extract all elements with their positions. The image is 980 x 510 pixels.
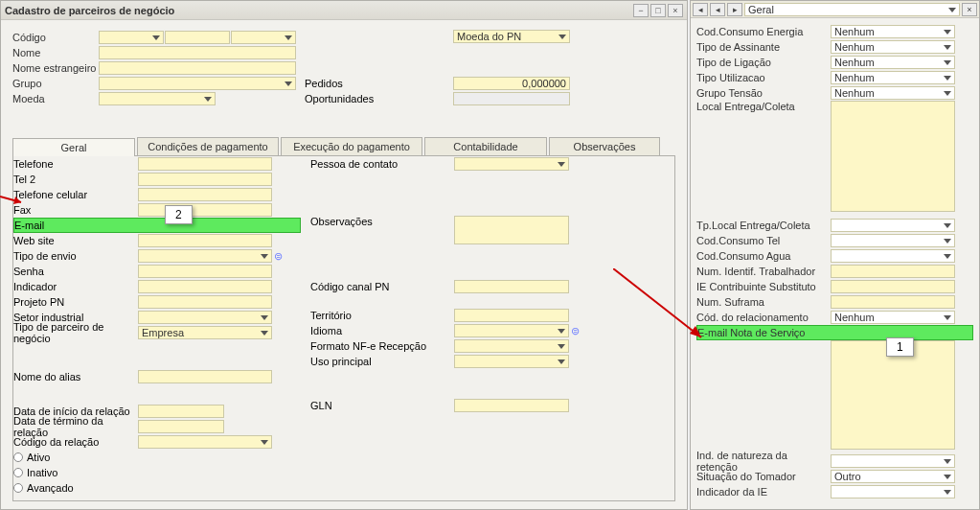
fax-input[interactable] <box>138 203 272 217</box>
formato-label: Formato NF-e Recepção <box>310 340 454 352</box>
side-emailnfs-text[interactable] <box>831 340 955 450</box>
oport-label: Oportunidades <box>305 93 453 104</box>
side-codrel-select[interactable]: Nenhum <box>831 311 955 324</box>
side-combo[interactable]: Geral <box>744 3 960 16</box>
tabs: Geral Condições de pagamento Execução do… <box>12 137 675 156</box>
pedidos-label: Pedidos <box>305 78 453 89</box>
side-indnat-select[interactable] <box>831 454 955 468</box>
tel-input[interactable] <box>138 157 272 171</box>
projeto-label: Projeto PN <box>13 296 138 308</box>
email-input[interactable] <box>139 219 273 232</box>
minimize-icon[interactable]: − <box>633 4 649 17</box>
codcanal-label: Código canal PN <box>310 281 454 292</box>
side-codtel-select[interactable] <box>831 234 955 247</box>
side-emailnfs-label: E-mail Nota de Serviço <box>697 327 832 338</box>
codrel-select[interactable] <box>138 435 272 449</box>
arrow-to-email <box>0 187 29 206</box>
side-sittom-select[interactable]: Outro <box>831 470 955 483</box>
radio-avancado[interactable] <box>13 483 23 493</box>
radio-inativo[interactable] <box>13 468 23 477</box>
side-util-label: Tipo Utilizacao <box>696 72 831 83</box>
tel2-input[interactable] <box>138 173 272 186</box>
side-tplocal-select[interactable] <box>831 219 955 232</box>
nav-next-icon[interactable]: ▸ <box>727 3 742 16</box>
moeda-select[interactable] <box>99 92 216 105</box>
idioma-select[interactable] <box>454 324 569 337</box>
indicador-label: Indicador <box>13 281 138 292</box>
inativo-label: Inativo <box>27 467 57 478</box>
oport-value <box>453 92 570 105</box>
side-indnat-label: Ind. de natureza da retenção <box>696 450 831 473</box>
close-icon[interactable]: × <box>668 4 683 17</box>
side-iesub-input[interactable] <box>831 280 955 293</box>
senha-input[interactable] <box>138 265 272 278</box>
side-assin-select[interactable]: Nenhum <box>831 40 955 54</box>
info-icon[interactable]: ⊜ <box>571 325 580 337</box>
tab-condicoes[interactable]: Condições de pagamento <box>137 137 279 155</box>
codrel-label: Código da relação <box>13 436 138 448</box>
nav-first-icon[interactable]: ◂ <box>693 3 708 16</box>
tipoparc-label: Tipo de parceiro de negócio <box>13 321 138 344</box>
alias-input[interactable] <box>138 370 272 383</box>
info-icon[interactable]: ⊜ <box>274 250 283 263</box>
radio-ativo[interactable] <box>13 452 23 462</box>
side-energia-select[interactable]: Nenhum <box>831 25 955 38</box>
nav-prev-icon[interactable]: ◂ <box>710 3 725 16</box>
side-indie-select[interactable] <box>831 485 955 498</box>
projeto-input[interactable] <box>138 295 272 309</box>
codigo-label: Código <box>12 32 99 43</box>
side-iesub-label: IE Contribuinte Substituto <box>696 281 831 292</box>
codcanal-input[interactable] <box>454 280 569 293</box>
tab-execucao[interactable]: Execução do pagamento <box>281 137 422 155</box>
side-assin-label: Tipo de Assinante <box>696 41 831 53</box>
telcel-input[interactable] <box>138 188 272 201</box>
side-numtrab-input[interactable] <box>831 265 955 278</box>
tab-observacoes[interactable]: Observações <box>549 137 660 155</box>
side-util-select[interactable]: Nenhum <box>831 71 955 84</box>
nome-input[interactable] <box>99 46 296 59</box>
moeda-pn-select[interactable]: Moeda do PN <box>453 30 570 43</box>
gln-input[interactable] <box>454 399 569 412</box>
dataini-input[interactable] <box>138 405 224 418</box>
side-suframa-input[interactable] <box>831 295 955 309</box>
side-lig-select[interactable]: Nenhum <box>831 56 955 69</box>
side-close-icon[interactable]: × <box>962 3 977 16</box>
codigo-type-select[interactable] <box>99 31 164 44</box>
svg-line-2 <box>613 268 701 337</box>
setor-select[interactable] <box>138 311 272 324</box>
codigo-input[interactable] <box>165 31 230 44</box>
territ-input[interactable] <box>454 309 569 322</box>
side-local-text[interactable] <box>831 101 955 212</box>
side-codagua-select[interactable] <box>831 249 955 263</box>
main-window: Cadastro de parceiros de negócio − □ × C… <box>0 0 688 510</box>
pessoa-select[interactable] <box>454 157 569 171</box>
formato-select[interactable] <box>454 339 569 353</box>
pessoa-label: Pessoa de contato <box>310 158 454 170</box>
ativo-label: Ativo <box>27 452 50 463</box>
tipoenvio-select[interactable] <box>138 249 272 263</box>
avancado-label: Avançado <box>27 482 74 494</box>
observ-input[interactable] <box>454 216 569 244</box>
tipoenvio-label: Tipo de envio <box>13 250 138 262</box>
side-codrel-label: Cód. do relacionamento <box>696 312 831 323</box>
website-input[interactable] <box>138 234 272 247</box>
alias-label: Nome do alias <box>13 371 138 382</box>
nome-estr-input[interactable] <box>99 61 296 75</box>
uso-select[interactable] <box>454 355 569 368</box>
codigo-aux-select[interactable] <box>231 31 296 44</box>
side-local-label: Local Entrega/Coleta <box>696 101 831 112</box>
side-tensao-label: Grupo Tensão <box>696 87 831 99</box>
tel-label: Telefone <box>13 158 138 170</box>
side-suframa-label: Num. Suframa <box>696 296 831 308</box>
tab-contabilidade[interactable]: Contabilidade <box>424 137 547 155</box>
side-tensao-select[interactable]: Nenhum <box>831 86 955 100</box>
tipoparc-select[interactable]: Empresa <box>138 326 272 339</box>
datafim-input[interactable] <box>138 420 224 433</box>
indicador-input[interactable] <box>138 280 272 293</box>
svg-marker-3 <box>690 326 701 337</box>
restore-icon[interactable]: □ <box>650 4 666 17</box>
tab-geral[interactable]: Geral <box>12 138 135 156</box>
arrow-to-emailnfs <box>613 268 709 345</box>
grupo-select[interactable] <box>99 77 296 90</box>
side-panel: ◂ ◂ ▸ Geral × Cod.Consumo EnergiaNenhum … <box>690 0 980 510</box>
